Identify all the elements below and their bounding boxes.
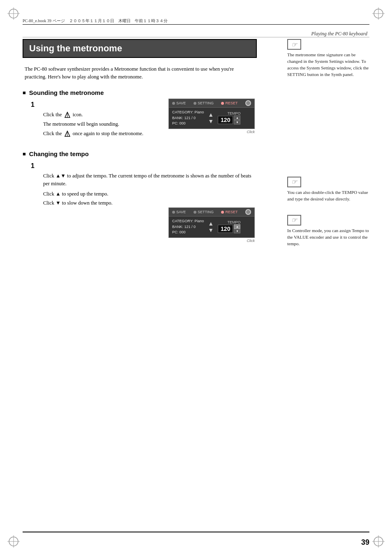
setting-btn-2[interactable]: SETTING — [194, 209, 214, 215]
metronome-icon-2 — [64, 131, 71, 137]
reset-icon-2 — [221, 211, 224, 214]
power-btn-1[interactable] — [245, 100, 251, 106]
note-text-3: In Controller mode, you can assign Tempo… — [287, 228, 369, 247]
synth-body-2: CATEGORY: Piano BANK: 121 / 0 PC: 000 ▲▼… — [169, 216, 254, 237]
setting-icon-1 — [194, 102, 196, 105]
tempo-updown-1: ▲ ▼ — [234, 115, 240, 124]
intro-text: The PC-80 software synthesizer provides … — [25, 65, 257, 81]
synth-ui-1: SAVE SETTING RESET CATEGORY: Piano — [168, 99, 255, 129]
synth-body-1: CATEGORY: Piano BANK: 121 / 0 PC: 000 ▲▼… — [169, 108, 254, 129]
setting-btn-1[interactable]: SETTING — [194, 100, 214, 106]
tempo-value-display-2[interactable]: 120 — [218, 225, 233, 233]
click-label-2: Click — [168, 239, 255, 243]
tempo-down-1[interactable]: ▼ — [234, 120, 240, 124]
save-icon-1 — [172, 102, 175, 105]
synth-scroll-1[interactable]: ▲▼ — [208, 111, 214, 124]
changing-heading: Changing the tempo — [23, 150, 257, 157]
note-text-2: You can also double-click the TEMPO valu… — [287, 189, 369, 203]
synth-tempo-row-1: 120 ▲ ▼ — [218, 115, 240, 124]
synth-toolbar-1: SAVE SETTING RESET — [169, 99, 254, 108]
page-header-right: Playing the PC-80 keyboard — [311, 31, 367, 37]
tempo-value-display-1[interactable]: 120 — [218, 116, 233, 124]
synth-screenshot-2-container: SAVE SETTING RESET CATEGORY: Piano — [168, 207, 255, 243]
note-box-3: ☞ In Controller mode, you can assign Tem… — [287, 215, 369, 247]
corner-mark-tl — [7, 7, 20, 20]
changing-step1-line3: Click ▼ to slow down the tempo. — [43, 199, 257, 207]
page: PC-80_e.book 39 ページ ２００５年１１月１０日 木曜日 午前１１… — [0, 0, 392, 555]
changing-step1-num: 1 — [31, 162, 257, 170]
header-file-text: PC-80_e.book 39 ページ ２００５年１１月１０日 木曜日 午前１１… — [23, 18, 168, 24]
synth-ui-2: SAVE SETTING RESET CATEGORY: Piano — [168, 207, 255, 238]
note-box-2: ☞ You can also double-click the TEMPO va… — [287, 177, 369, 203]
reset-btn-1[interactable]: RESET — [221, 100, 238, 106]
note-text-1: The metronome time signature can be chan… — [287, 52, 369, 78]
synth-toolbar-2: SAVE SETTING RESET — [169, 208, 254, 216]
metronome-icon — [64, 112, 71, 118]
save-btn-1[interactable]: SAVE — [172, 100, 186, 106]
setting-icon-2 — [194, 211, 196, 214]
changing-step1-line2: Click ▲ to speed up the tempo. — [43, 190, 257, 198]
reset-btn-2[interactable]: RESET — [221, 209, 238, 215]
changing-step1-content: Click ▲▼ to adjust the tempo. The curren… — [43, 172, 257, 207]
page-number: 39 — [361, 538, 369, 547]
bottom-rule — [23, 532, 369, 532]
step-num-label: 1 — [31, 101, 35, 108]
save-btn-2[interactable]: SAVE — [172, 209, 186, 215]
synth-screenshot-1-container: SAVE SETTING RESET CATEGORY: Piano — [168, 99, 255, 134]
top-rule — [23, 37, 369, 37]
click-label-1: Click — [168, 130, 255, 134]
synth-tempo-row-2: 120 ▲ ▼ — [218, 224, 240, 233]
synth-tempo-2: TEMPO 120 ▲ ▼ — [218, 220, 240, 233]
note-icon-1: ☞ — [287, 39, 301, 50]
content-area: Using the metronome The PC-80 software s… — [23, 39, 369, 530]
synth-tempo-1: TEMPO 120 ▲ ▼ — [218, 111, 240, 124]
section-title-box: Using the metronome — [23, 39, 257, 58]
changing-tempo-section: Changing the tempo 1 Click ▲▼ to adjust … — [23, 150, 257, 207]
note-icon-2: ☞ — [287, 177, 301, 187]
note-box-1: ☞ The metronome time signature can be ch… — [287, 39, 369, 78]
note-icon-3: ☞ — [287, 215, 301, 226]
right-column: ☞ The metronome time signature can be ch… — [287, 39, 369, 257]
tempo-up-1[interactable]: ▲ — [234, 115, 240, 120]
reset-icon-1 — [221, 102, 224, 105]
sounding-heading: Sounding the metronome — [23, 89, 257, 96]
power-btn-2[interactable] — [245, 209, 251, 215]
save-icon-2 — [172, 211, 175, 214]
header-bar: PC-80_e.book 39 ページ ２００５年１１月１０日 木曜日 午前１１… — [23, 17, 369, 25]
synth-cat-1: CATEGORY: Piano BANK: 121 / 0 PC: 000 — [172, 110, 204, 127]
tempo-down-2[interactable]: ▼ — [234, 229, 240, 233]
synth-scroll-2[interactable]: ▲▼ — [208, 220, 214, 233]
changing-step1-line1: Click ▲▼ to adjust the tempo. The curren… — [43, 172, 257, 188]
synth-cat-2: CATEGORY: Piano BANK: 121 / 0 PC: 000 — [172, 219, 204, 235]
section-title: Using the metronome — [29, 43, 122, 53]
tempo-updown-2: ▲ ▼ — [234, 224, 240, 233]
corner-mark-br — [372, 535, 385, 548]
corner-mark-tr — [372, 7, 385, 20]
corner-mark-bl — [7, 535, 20, 548]
tempo-up-2[interactable]: ▲ — [234, 224, 240, 229]
